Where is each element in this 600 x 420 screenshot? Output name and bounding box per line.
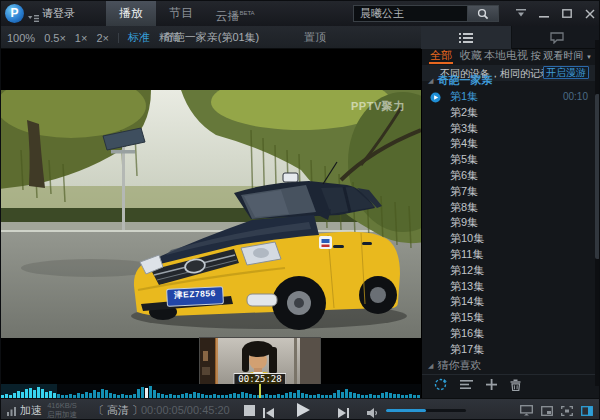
video-area[interactable]: PPTV聚力 津EZ7856 00:25:28 — [1, 49, 421, 398]
sort-dropdown[interactable]: 按 观看时间 ▼ — [530, 49, 592, 64]
episode-label: 第7集 — [450, 185, 478, 197]
divider — [118, 33, 119, 43]
mode-standard[interactable]: 标准 — [128, 30, 150, 45]
episode-label: 第11集 — [450, 248, 483, 260]
pptv-logo-icon[interactable]: P — [5, 4, 24, 23]
sidebar-panel-tabs — [421, 26, 600, 49]
zoom-1x[interactable]: 1× — [75, 32, 88, 44]
search-icon — [477, 8, 489, 20]
episode-item[interactable]: 第15集 — [422, 310, 596, 326]
episode-item[interactable]: 第14集 — [422, 294, 596, 310]
window-controls — [514, 8, 597, 19]
episode-item[interactable]: 第13集 — [422, 279, 596, 295]
episode-item[interactable]: 第12集 — [422, 263, 596, 279]
next-button[interactable] — [337, 405, 350, 420]
tab-local[interactable]: 本地 — [484, 49, 506, 62]
scrollbar-thumb[interactable] — [595, 94, 600, 259]
volume-slider[interactable] — [386, 409, 466, 412]
speaker-icon — [366, 407, 379, 419]
volume-fill — [386, 409, 426, 412]
episode-item[interactable]: 第1集00:10 — [422, 89, 596, 105]
play-button[interactable] — [295, 402, 311, 420]
close-button[interactable] — [583, 8, 597, 19]
episode-label: 第3集 — [450, 122, 478, 134]
screen-output-icon[interactable] — [520, 405, 533, 416]
previous-icon — [262, 407, 275, 419]
video-watermark: PPTV聚力 — [351, 99, 405, 114]
stop-button[interactable] — [244, 405, 255, 416]
manage-list-icon[interactable] — [460, 379, 473, 390]
episode-item[interactable]: 第17集 — [422, 342, 596, 358]
accelerate-button[interactable]: 加速 — [20, 403, 42, 418]
collapse-icon: ◢ — [428, 77, 433, 84]
search-input[interactable] — [353, 5, 467, 22]
titlebar: P 请登录 播放 节目 云播BETA — [1, 1, 600, 26]
sync-roaming-icon[interactable] — [434, 378, 447, 391]
fullscreen-icon[interactable] — [561, 406, 573, 416]
main-nav-tabs: 播放 节目 云播BETA — [106, 1, 264, 26]
player-toolbar: 100% 0.5× 1× 2× 标准 精简 奇葩一家亲(第01集) 置顶 — [1, 26, 421, 49]
episode-item[interactable]: 第10集 — [422, 231, 596, 247]
tab-cloud-play[interactable]: 云播BETA — [206, 1, 264, 26]
zoom-100[interactable]: 100% — [7, 32, 35, 44]
episode-label: 第15集 — [450, 311, 484, 323]
episode-label: 第13集 — [450, 280, 484, 292]
login-link[interactable]: 请登录 — [42, 6, 75, 21]
episode-label: 第5集 — [450, 153, 478, 165]
episode-item[interactable]: 第2集 — [422, 105, 596, 121]
zoom-2x[interactable]: 2× — [96, 32, 109, 44]
tab-all[interactable]: 全部 — [430, 49, 452, 62]
pptv-player-window: P 请登录 播放 节目 云播BETA 100% 0.5× 1× 2× — [0, 0, 600, 420]
episode-label: 第4集 — [450, 137, 478, 149]
add-icon[interactable] — [486, 379, 497, 390]
episode-label: 第14集 — [450, 295, 484, 307]
episode-item[interactable]: 第4集 — [422, 136, 596, 152]
episode-item[interactable]: 第5集 — [422, 152, 596, 168]
playlist-toggle-icon[interactable] — [581, 406, 593, 416]
minimize-button[interactable] — [537, 8, 551, 19]
tab-programs[interactable]: 节目 — [156, 1, 206, 26]
main-menu-icon[interactable] — [28, 9, 39, 27]
sidebar-footer-toolbar — [434, 378, 521, 391]
search-box — [353, 5, 499, 22]
tab-playlist-panel[interactable] — [421, 26, 511, 49]
episode-item[interactable]: 第8集 — [422, 200, 596, 216]
series-header[interactable]: ◢奇葩一家亲 — [428, 73, 492, 88]
beta-badge: BETA — [239, 10, 254, 16]
episode-item[interactable]: 第9集 — [422, 215, 596, 231]
episode-item[interactable]: 第3集 — [422, 121, 596, 137]
tab-play[interactable]: 播放 — [106, 1, 156, 26]
skin-menu-icon[interactable] — [514, 8, 528, 19]
episode-label: 第17集 — [450, 343, 484, 355]
seek-hover-marker — [259, 384, 261, 398]
quality-selector[interactable]: 〔 高清 〕 — [93, 399, 143, 420]
episode-label: 第12集 — [450, 264, 484, 276]
pin-on-top-button[interactable]: 置顶 — [304, 26, 326, 49]
episode-item[interactable]: 第6集 — [422, 168, 596, 184]
tab-favorites[interactable]: 收藏 — [460, 49, 482, 62]
zoom-half[interactable]: 0.5× — [44, 32, 66, 44]
sidebar-scrollbar[interactable] — [595, 40, 600, 386]
playlist-icon — [459, 32, 473, 44]
tab-message-panel[interactable] — [511, 26, 600, 49]
suggest-section-header[interactable]: ◢猜你喜欢 — [428, 358, 481, 373]
previous-button[interactable] — [262, 405, 275, 420]
divider — [422, 374, 596, 375]
volume-button[interactable] — [366, 405, 379, 420]
progress-heatmap — [1, 384, 421, 398]
episode-item[interactable]: 第7集 — [422, 184, 596, 200]
tab-tv[interactable]: 电视 — [506, 49, 528, 62]
episode-item[interactable]: 第16集 — [422, 326, 596, 342]
view-mode-buttons — [520, 405, 593, 416]
active-tab-underline — [429, 62, 453, 64]
signal-bars-icon — [7, 406, 17, 416]
search-button[interactable] — [467, 5, 499, 22]
maximize-button[interactable] — [560, 8, 574, 19]
mini-player-icon[interactable] — [541, 406, 553, 416]
episode-item[interactable]: 第11集 — [422, 247, 596, 263]
playback-control-bar: 加速 416KB/S 启用加速 〔 高清 〕 00:00:05/00:45:20 — [1, 398, 600, 420]
enable-roaming-button[interactable]: 开启漫游 — [543, 66, 589, 79]
time-display: 00:00:05/00:45:20 — [141, 399, 230, 420]
progress-bar[interactable] — [1, 384, 421, 398]
delete-trash-icon[interactable] — [510, 379, 521, 391]
